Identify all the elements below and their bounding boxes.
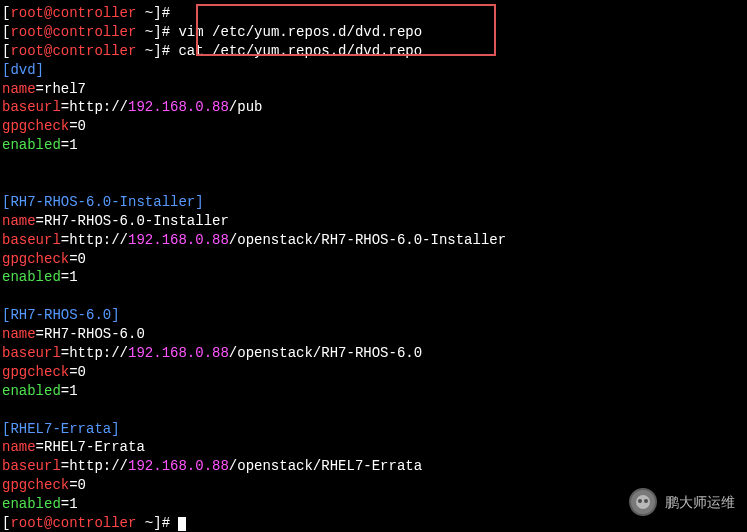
command-text: cat /etc/yum.repos.d/dvd.repo [178, 43, 422, 59]
blank-line [2, 287, 745, 306]
repo-baseurl: baseurl=http://192.168.0.88/openstack/RH… [2, 344, 745, 363]
repo-section: [RH7-RHOS-6.0] [2, 306, 745, 325]
repo-section: [RHEL7-Errata] [2, 420, 745, 439]
repo-baseurl: baseurl=http://192.168.0.88/pub [2, 98, 745, 117]
blank-line [2, 155, 745, 174]
repo-gpgcheck: gpgcheck=0 [2, 117, 745, 136]
repo-gpgcheck: gpgcheck=0 [2, 250, 745, 269]
repo-enabled: enabled=1 [2, 136, 745, 155]
repo-section: [dvd] [2, 61, 745, 80]
terminal-line[interactable]: [root@controller ~]# [2, 514, 745, 532]
wechat-icon [629, 488, 657, 516]
command-text: vim /etc/yum.repos.d/dvd.repo [178, 24, 422, 40]
repo-enabled: enabled=1 [2, 268, 745, 287]
repo-baseurl: baseurl=http://192.168.0.88/openstack/RH… [2, 457, 745, 476]
repo-name: name=rhel7 [2, 80, 745, 99]
terminal-line[interactable]: [root@controller ~]# vim /etc/yum.repos.… [2, 23, 745, 42]
terminal-line[interactable]: [root@controller ~]# [2, 4, 745, 23]
terminal-line[interactable]: [root@controller ~]# cat /etc/yum.repos.… [2, 42, 745, 61]
watermark-text: 鹏大师运维 [665, 493, 735, 512]
repo-enabled: enabled=1 [2, 382, 745, 401]
repo-baseurl: baseurl=http://192.168.0.88/openstack/RH… [2, 231, 745, 250]
repo-section: [RH7-RHOS-6.0-Installer] [2, 193, 745, 212]
blank-line [2, 401, 745, 420]
repo-name: name=RHEL7-Errata [2, 438, 745, 457]
blank-line [2, 174, 745, 193]
cursor [178, 517, 186, 531]
watermark: 鹏大师运维 [629, 488, 735, 516]
repo-name: name=RH7-RHOS-6.0 [2, 325, 745, 344]
repo-gpgcheck: gpgcheck=0 [2, 363, 745, 382]
repo-name: name=RH7-RHOS-6.0-Installer [2, 212, 745, 231]
